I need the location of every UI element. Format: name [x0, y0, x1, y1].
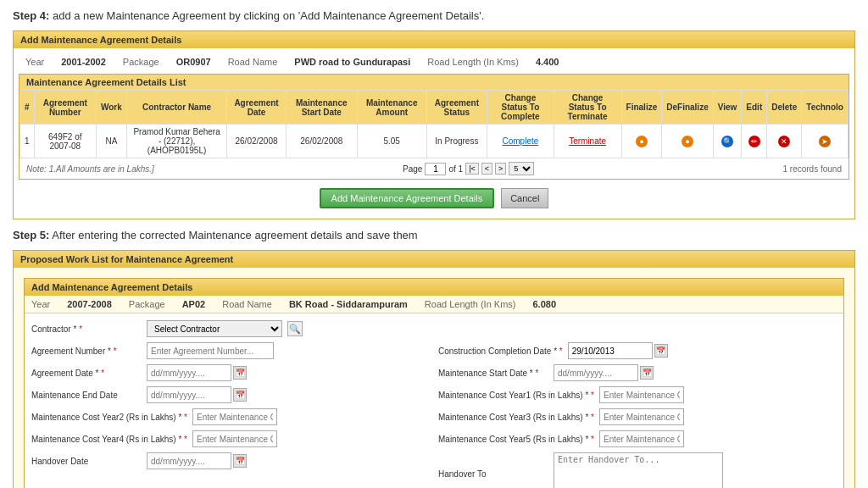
delete-icon[interactable]: ✕: [778, 136, 790, 147]
step4-panel-title: Add Maintenance Agreement Details: [14, 31, 854, 48]
step5-inner-panel: Add Maintenance Agreement Details Year 2…: [24, 278, 844, 488]
handover-to-textarea[interactable]: [554, 452, 723, 488]
construction-completion-input[interactable]: [568, 342, 653, 359]
edit-icon[interactable]: ✏: [748, 136, 760, 147]
details-section: Maintenance Agreement Details List # Agr…: [19, 74, 849, 180]
handover-row: Handover Date 📅 Handover To: [31, 452, 837, 488]
agreement-date-label: Agreement Date *: [31, 369, 142, 378]
pagination-controls: Page of 1 |< < > 5: [403, 162, 534, 175]
contractor-row: Contractor * Select Contractor 🔍: [31, 320, 837, 337]
maint-cost-year5-label: Maintenance Cost Year5 (Rs in Lakhs) *: [438, 435, 594, 444]
technolo-icon[interactable]: ➤: [819, 136, 831, 147]
step5-header: Step 5: After entering the corrected Mai…: [13, 228, 855, 243]
details-list-title: Maintenance Agreement Details List: [19, 75, 849, 90]
maint-cost-year5-input[interactable]: [599, 430, 684, 447]
agreements-table: # Agreement Number Work Contractor Name …: [19, 90, 849, 158]
maint-cost-year2-label: Maintenance Cost Year2 (Rs in Lakhs) *: [31, 413, 187, 422]
maintenance-end-date-icon[interactable]: 📅: [233, 388, 247, 402]
agreement-number-label: Agreement Number *: [31, 347, 142, 356]
agreement-date-icon[interactable]: 📅: [233, 366, 247, 380]
maintenance-start-date-icon[interactable]: 📅: [640, 366, 654, 380]
maint-cost-year2-input[interactable]: [192, 408, 277, 425]
maint-cost-year3-input[interactable]: [599, 408, 684, 425]
maintenance-end-date-label: Maintenance End Date: [31, 391, 142, 400]
contractor-select[interactable]: Select Contractor: [147, 320, 282, 337]
maint-cost-year4-label: Maintenance Cost Year4 (Rs in Lakhs) *: [31, 435, 187, 444]
maintenance-start-date-input[interactable]: [554, 364, 638, 381]
page-next-btn[interactable]: >: [495, 163, 506, 175]
step4-panel: Add Maintenance Agreement Details Year 2…: [13, 30, 855, 219]
maint-cost-year1-label: Maintenance Cost Year1 (Rs in Lakhs) *: [438, 391, 594, 400]
handover-date-label: Handover Date: [31, 457, 142, 466]
page-input[interactable]: [425, 163, 446, 175]
maintenance-end-date-input[interactable]: [147, 386, 231, 403]
maint-cost-year1-input[interactable]: [599, 386, 684, 403]
maintenance-start-date-label: Maintenance Start Date *: [438, 369, 548, 378]
table-row: 1 649F2 of 2007-08 NA Pramod Kumar Beher…: [20, 125, 849, 158]
step5-form: Contractor * Select Contractor 🔍 Agreeme…: [25, 313, 843, 488]
construction-date-icon[interactable]: 📅: [654, 344, 668, 358]
view-icon[interactable]: 🔍: [721, 136, 733, 147]
step4-action-buttons: Add Maintenance Agreement Details Cancel: [19, 183, 849, 214]
proposed-work-title: Proposed Work List for Maintenance Agree…: [14, 251, 854, 268]
contractor-search-button[interactable]: 🔍: [287, 321, 303, 336]
definalize-icon[interactable]: ●: [682, 136, 693, 147]
agreement-construction-row: Agreement Number * Construction Completi…: [31, 342, 837, 359]
page-first-btn[interactable]: |<: [465, 163, 479, 175]
handover-date-input[interactable]: [147, 452, 231, 469]
add-maintenance-agreement-button[interactable]: Add Maintenance Agreement Details: [320, 188, 495, 208]
maint-cost-year4-input[interactable]: [192, 430, 277, 447]
page-prev-btn[interactable]: <: [481, 163, 492, 175]
year4-year5-row: Maintenance Cost Year4 (Rs in Lakhs) * M…: [31, 430, 837, 447]
agreement-number-input[interactable]: [147, 342, 274, 359]
agreement-date-input[interactable]: [147, 364, 231, 381]
cancel-button[interactable]: Cancel: [501, 188, 548, 208]
page-size-select[interactable]: 5: [509, 162, 534, 175]
pagination-row: Note: 1.All Amounts are in Lakhs.] Page …: [19, 158, 849, 179]
terminate-link[interactable]: Terminate: [569, 136, 606, 146]
step5-inner-title: Add Maintenance Agreement Details: [25, 279, 843, 296]
proposed-work-panel: Proposed Work List for Maintenance Agree…: [13, 250, 855, 488]
step4-header: Step 4: add a new Maintenance Agreement …: [13, 8, 855, 24]
maint-cost-year3-label: Maintenance Cost Year3 (Rs in Lakhs) *: [438, 413, 594, 422]
finalize-icon[interactable]: ●: [636, 136, 648, 147]
construction-completion-label: Construction Completion Date *: [438, 347, 563, 356]
step5-info-row: Year 2007-2008 Package AP02 Road Name BK…: [25, 296, 843, 313]
step4-info-row: Year 2001-2002 Package OR0907 Road Name …: [19, 53, 849, 70]
contractor-label: Contractor *: [31, 324, 142, 334]
end-date-year1-row: Maintenance End Date 📅 Maintenance Cost …: [31, 386, 837, 403]
handover-to-label: Handover To: [438, 469, 548, 479]
year2-year3-row: Maintenance Cost Year2 (Rs in Lakhs) * M…: [31, 408, 837, 425]
agreement-date-row: Agreement Date * 📅 Maintenance Start Dat…: [31, 364, 837, 381]
handover-date-icon[interactable]: 📅: [233, 454, 247, 468]
complete-link[interactable]: Complete: [502, 136, 538, 146]
